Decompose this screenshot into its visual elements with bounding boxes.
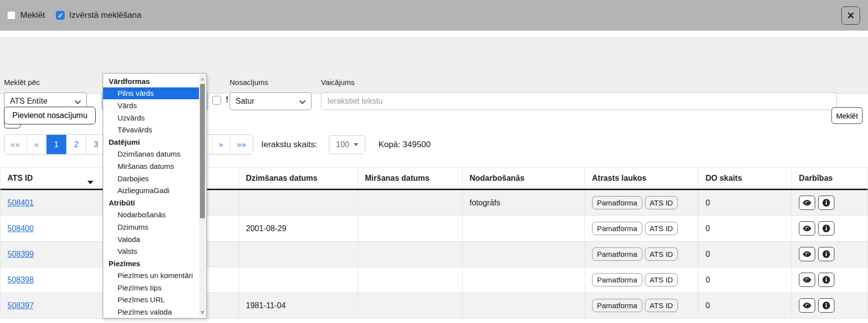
record-link[interactable]: 508399 (7, 250, 34, 259)
pagination-page-2[interactable]: 2 (66, 135, 86, 154)
cell-occupation (463, 216, 585, 241)
table-header-cell[interactable]: Atrasts laukos (585, 168, 699, 189)
meklet-pec-value: ATS Entīte (10, 97, 47, 106)
record-link[interactable]: 508398 (7, 276, 34, 284)
search-button[interactable]: Meklēt (831, 107, 863, 124)
cell-do-count: 0 (699, 293, 792, 318)
view-button[interactable] (799, 247, 815, 261)
found-field-badge: Pamatforma (592, 222, 642, 235)
found-field-badge: ATS ID (645, 299, 678, 312)
view-button[interactable] (799, 298, 815, 313)
record-link[interactable]: 508400 (7, 224, 34, 233)
found-field-badge: ATS ID (645, 196, 678, 209)
dropdown-option[interactable]: Valsts (103, 245, 200, 257)
cell-death-date (358, 242, 463, 267)
cell-occupation: fotogrāfs (463, 190, 585, 215)
dropdown-option[interactable]: Valoda (103, 233, 200, 245)
records-count-select[interactable]: 100 (329, 135, 365, 154)
table-header-cell[interactable]: Nodarbošanās (463, 168, 585, 189)
dropdown-option[interactable]: Dzimšanas datums (103, 148, 200, 161)
dropdown-option[interactable]: Piezīmes tips (103, 282, 200, 294)
found-field-badge: ATS ID (645, 247, 678, 261)
found-field-badge: Pamatforma (592, 196, 642, 209)
vaicajums-label: Vaicājums (321, 78, 355, 86)
table-header-cell[interactable]: Dzimšanas datums (239, 168, 358, 189)
column-title: ATS ID (7, 174, 33, 183)
dropdown-option[interactable]: Dzimums (103, 221, 200, 233)
dropdown-option[interactable]: Vārds (103, 99, 200, 112)
dropdown-option[interactable]: Pilns vārds (103, 87, 200, 100)
close-button[interactable]: ✕ (841, 6, 860, 25)
info-button[interactable] (818, 247, 834, 261)
table-header-cell[interactable]: Miršanas datums (358, 168, 463, 189)
dropdown-option[interactable]: Piezīmes URL (103, 294, 200, 306)
pagination-next[interactable]: » (212, 135, 230, 154)
meklet-checkbox-label: Meklēt (20, 10, 45, 20)
info-button[interactable] (818, 196, 834, 210)
column-title: Darbības (799, 174, 832, 183)
dropdown-option[interactable]: Piezīmes valoda (103, 306, 200, 318)
dropdown-option[interactable]: Piezīmes un komentāri (103, 270, 200, 282)
scroll-up-icon[interactable] (200, 78, 204, 81)
scroll-down-icon[interactable] (200, 311, 204, 314)
cell-death-date (358, 216, 463, 241)
cell-do-count: 0 (699, 242, 792, 267)
view-button[interactable] (799, 273, 815, 287)
pagination-prev[interactable]: « (27, 135, 46, 154)
cell-actions (792, 293, 868, 318)
eye-icon (803, 224, 811, 233)
cell-do-count: 0 (699, 216, 792, 241)
total-value: 349500 (403, 140, 431, 149)
cell-ats-id: 508400 (0, 216, 119, 241)
advanced-search-label: Izvērstā meklēšana (69, 10, 141, 20)
meklet-checkbox[interactable] (7, 11, 16, 20)
column-title: Dzimšanas datums (246, 174, 317, 183)
cell-do-count: 0 (699, 267, 792, 292)
field-dropdown-list: VārdformasPilns vārdsVārdsUzvārdsTēvavār… (103, 75, 200, 318)
table-header-cell[interactable]: Darbības (792, 168, 868, 189)
pagination-first[interactable]: «« (4, 135, 27, 154)
pagination-pages: 123 (46, 135, 106, 154)
cell-birth-date (239, 242, 358, 267)
eye-icon (803, 276, 811, 284)
vaicajums-input[interactable] (321, 92, 837, 110)
dropdown-option[interactable]: Tēvavārds (103, 123, 200, 136)
cell-ats-id: 508397 (0, 293, 119, 318)
table-header-cell[interactable]: DO skaits (699, 168, 792, 189)
info-icon (822, 199, 830, 207)
dropdown-option[interactable]: Uzvārds (103, 112, 200, 124)
table-header-cell[interactable]: ATS ID (0, 168, 119, 189)
pagination-last[interactable]: »» (230, 135, 253, 154)
cell-death-date (358, 190, 463, 215)
dropdown-scrollbar[interactable] (199, 75, 206, 317)
info-button[interactable] (818, 298, 834, 313)
dropdown-option[interactable]: AizliegumaGadi (103, 184, 200, 197)
record-link[interactable]: 508397 (7, 301, 34, 310)
column-title: Nodarbošanās (470, 174, 524, 183)
cell-ats-id: 508401 (0, 190, 119, 215)
view-button[interactable] (799, 221, 815, 236)
advanced-search-checkbox[interactable]: ✓ (56, 11, 65, 20)
not-checkbox[interactable] (212, 96, 221, 105)
pagination-page-1[interactable]: 1 (46, 135, 66, 154)
dropdown-option[interactable]: Darbojies (103, 172, 200, 185)
add-condition-button[interactable]: Pievienot nosacījumu (4, 107, 96, 124)
record-link[interactable]: 508401 (7, 199, 34, 207)
cell-actions (792, 190, 868, 215)
cell-occupation (463, 267, 585, 292)
cell-birth-date: 1981-11-04 (239, 293, 358, 318)
sort-desc-icon[interactable] (87, 181, 93, 184)
info-button[interactable] (818, 221, 834, 236)
found-field-badge: ATS ID (645, 222, 678, 235)
scrollbar-thumb[interactable] (200, 84, 205, 218)
nosacijums-select[interactable]: Satur (230, 92, 312, 110)
info-button[interactable] (818, 273, 834, 287)
dropdown-option[interactable]: Nodarbošanās (103, 209, 200, 221)
caret-down-icon (354, 143, 358, 146)
view-button[interactable] (799, 196, 815, 210)
dropdown-option[interactable]: Miršanas datums (103, 160, 200, 172)
info-icon (822, 224, 830, 233)
close-icon: ✕ (847, 11, 855, 20)
records-count-value: 100 (336, 140, 350, 149)
eye-icon (803, 301, 811, 310)
